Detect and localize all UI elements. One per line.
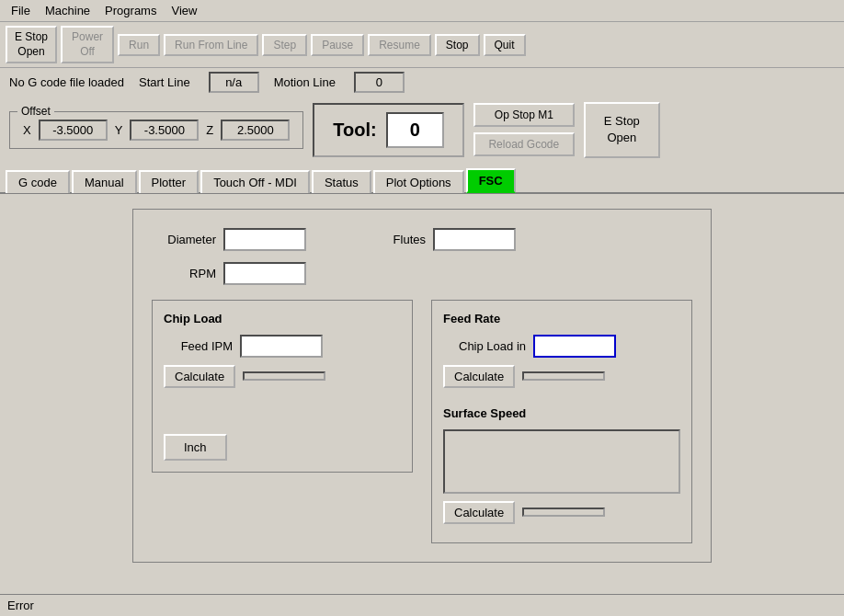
y-input[interactable] [130,120,199,141]
y-label: Y [115,123,123,137]
chip-load-calculate-button[interactable]: Calculate [164,365,235,388]
chip-load-in-input[interactable] [533,335,616,358]
feed-rate-title: Feed Rate [443,312,680,325]
chip-load-title: Chip Load [164,312,401,325]
flutes-label: Flutes [361,233,426,246]
status-row: No G code file loaded Start Line Motion … [0,68,844,97]
tab-status[interactable]: Status [312,170,371,193]
motion-line-label: Motion Line [274,75,336,89]
feed-ipm-label: Feed IPM [164,339,233,353]
toolbar: E Stop Open Power Off Run Run From Line … [0,22,844,68]
run-button: Run [118,34,160,56]
feed-rate-result [522,371,605,381]
feed-rate-section: Feed Rate Chip Load in Calculate Surface… [431,300,692,543]
tab-touchoff[interactable]: Touch Off - MDI [200,170,310,193]
start-line-label: Start Line [139,75,190,89]
surface-speed-title: Surface Speed [443,406,680,420]
offset-group: Offset X Y Z [9,111,303,149]
pause-button: Pause [311,34,364,56]
inch-button[interactable]: Inch [164,434,227,461]
tab-plotter[interactable]: Plotter [139,170,200,193]
tool-label: Tool: [333,120,376,141]
menu-machine[interactable]: Machine [38,2,97,19]
reload-gcode-button: Reload Gcode [473,132,575,156]
main-content: Diameter Flutes RPM Chip Load Feed IPM [0,194,844,577]
tool-display: Tool: 0 [313,103,464,157]
quit-button[interactable]: Quit [484,34,526,56]
resume-button: Resume [368,34,431,56]
menu-view[interactable]: View [164,2,204,19]
surface-speed-result [522,508,605,517]
tabs-row: G code Manual Plotter Touch Off - MDI St… [0,164,844,194]
run-from-line-button: Run From Line [164,34,258,56]
menu-file[interactable]: File [4,2,38,19]
tab-plotoptions[interactable]: Plot Options [373,170,464,193]
status-bar: Error [0,594,844,616]
op-buttons: Op Stop M1 Reload Gcode [473,103,575,156]
rpm-label: RPM [152,267,216,280]
op-stop-button[interactable]: Op Stop M1 [473,103,575,127]
motion-line-input[interactable] [354,72,405,93]
no-gcode-label: No G code file loaded [9,75,124,89]
x-input[interactable] [39,120,108,141]
chip-load-result [243,371,325,381]
fsc-panel: Diameter Flutes RPM Chip Load Feed IPM [132,209,712,563]
offset-legend: Offset [17,105,54,118]
z-label: Z [206,123,213,137]
surface-speed-calculate-button[interactable]: Calculate [443,501,515,524]
offset-tool-row: Offset X Y Z Tool: 0 Op Stop M1 Reload G… [0,97,844,163]
rpm-input[interactable] [223,262,306,285]
tool-value: 0 [386,112,444,148]
diameter-label: Diameter [152,233,216,246]
tab-fsc[interactable]: FSC [466,168,516,193]
menu-programs[interactable]: Programs [97,2,164,19]
z-input[interactable] [221,120,290,141]
start-line-input[interactable] [209,72,259,93]
x-label: X [23,123,31,137]
tab-gcode[interactable]: G code [6,170,70,193]
feed-rate-calculate-button[interactable]: Calculate [443,365,515,388]
feed-ipm-input[interactable] [240,335,323,358]
chip-load-in-label: Chip Load in [443,339,526,353]
estop-big-button[interactable]: E Stop Open [584,102,660,157]
chip-load-section: Chip Load Feed IPM Calculate Inch [152,300,413,473]
estop-open-button[interactable]: E Stop Open [6,26,57,63]
menu-bar: File Machine Programs View [0,0,844,22]
power-off-button: Power Off [61,26,114,63]
stop-button[interactable]: Stop [435,34,480,56]
tab-manual[interactable]: Manual [72,170,137,193]
flutes-input[interactable] [433,228,516,251]
status-bar-text: Error [7,599,34,612]
step-button: Step [262,34,307,56]
diameter-input[interactable] [223,228,306,251]
